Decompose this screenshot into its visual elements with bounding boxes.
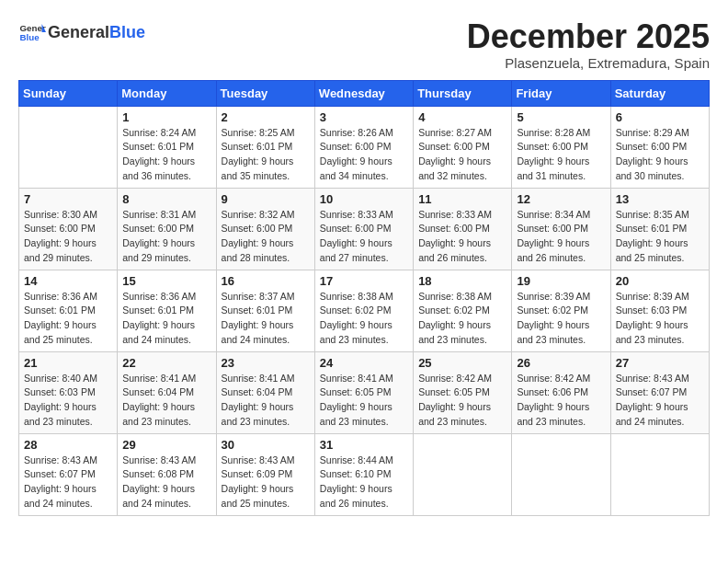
logo-general: General bbox=[48, 23, 109, 41]
day-info: Sunrise: 8:41 AMSunset: 6:04 PMDaylight:… bbox=[222, 372, 310, 430]
week-row-5: 28Sunrise: 8:43 AMSunset: 6:07 PMDayligh… bbox=[19, 433, 710, 515]
calendar-cell: 6Sunrise: 8:29 AMSunset: 6:00 PMDaylight… bbox=[610, 106, 709, 188]
day-number: 4 bbox=[418, 110, 506, 124]
calendar-cell: 10Sunrise: 8:33 AMSunset: 6:00 PMDayligh… bbox=[314, 188, 413, 270]
day-number: 3 bbox=[320, 110, 408, 124]
calendar-cell bbox=[610, 433, 709, 515]
svg-text:Blue: Blue bbox=[20, 32, 40, 42]
calendar-cell: 27Sunrise: 8:43 AMSunset: 6:07 PMDayligh… bbox=[610, 351, 709, 433]
month-title: December 2025 bbox=[467, 18, 710, 55]
day-info: Sunrise: 8:42 AMSunset: 6:05 PMDaylight:… bbox=[418, 372, 506, 430]
day-number: 9 bbox=[222, 192, 310, 206]
day-info: Sunrise: 8:33 AMSunset: 6:00 PMDaylight:… bbox=[418, 208, 506, 266]
calendar-cell: 31Sunrise: 8:44 AMSunset: 6:10 PMDayligh… bbox=[314, 433, 413, 515]
day-info: Sunrise: 8:42 AMSunset: 6:06 PMDaylight:… bbox=[517, 372, 605, 430]
day-info: Sunrise: 8:34 AMSunset: 6:00 PMDaylight:… bbox=[517, 208, 605, 266]
calendar-cell: 21Sunrise: 8:40 AMSunset: 6:03 PMDayligh… bbox=[19, 351, 118, 433]
day-info: Sunrise: 8:40 AMSunset: 6:03 PMDaylight:… bbox=[24, 372, 112, 430]
logo-icon: General Blue bbox=[18, 18, 46, 46]
calendar-body: 1Sunrise: 8:24 AMSunset: 6:01 PMDaylight… bbox=[19, 106, 710, 515]
calendar-cell: 29Sunrise: 8:43 AMSunset: 6:08 PMDayligh… bbox=[118, 433, 216, 515]
day-number: 29 bbox=[122, 438, 210, 452]
calendar-cell: 3Sunrise: 8:26 AMSunset: 6:00 PMDaylight… bbox=[314, 106, 413, 188]
calendar-cell bbox=[414, 433, 512, 515]
day-info: Sunrise: 8:36 AMSunset: 6:01 PMDaylight:… bbox=[24, 290, 112, 348]
day-number: 26 bbox=[517, 356, 605, 370]
calendar-cell: 7Sunrise: 8:30 AMSunset: 6:00 PMDaylight… bbox=[19, 188, 118, 270]
calendar-cell: 17Sunrise: 8:38 AMSunset: 6:02 PMDayligh… bbox=[314, 270, 413, 351]
calendar-cell: 5Sunrise: 8:28 AMSunset: 6:00 PMDaylight… bbox=[512, 106, 610, 188]
header-day-tuesday: Tuesday bbox=[216, 80, 314, 106]
day-info: Sunrise: 8:39 AMSunset: 6:02 PMDaylight:… bbox=[517, 290, 605, 348]
day-number: 25 bbox=[418, 356, 506, 370]
day-number: 31 bbox=[320, 438, 408, 452]
calendar-cell: 13Sunrise: 8:35 AMSunset: 6:01 PMDayligh… bbox=[610, 188, 709, 270]
week-row-2: 7Sunrise: 8:30 AMSunset: 6:00 PMDaylight… bbox=[19, 188, 710, 270]
day-info: Sunrise: 8:37 AMSunset: 6:01 PMDaylight:… bbox=[222, 290, 310, 348]
calendar-cell: 24Sunrise: 8:41 AMSunset: 6:05 PMDayligh… bbox=[314, 351, 413, 433]
day-number: 22 bbox=[122, 356, 210, 370]
day-info: Sunrise: 8:31 AMSunset: 6:00 PMDaylight:… bbox=[122, 208, 210, 266]
calendar-cell: 26Sunrise: 8:42 AMSunset: 6:06 PMDayligh… bbox=[512, 351, 610, 433]
header-day-wednesday: Wednesday bbox=[314, 80, 413, 106]
header-day-friday: Friday bbox=[512, 80, 610, 106]
day-number: 10 bbox=[320, 192, 408, 206]
header-day-saturday: Saturday bbox=[610, 80, 709, 106]
calendar-cell: 8Sunrise: 8:31 AMSunset: 6:00 PMDaylight… bbox=[118, 188, 216, 270]
day-info: Sunrise: 8:39 AMSunset: 6:03 PMDaylight:… bbox=[616, 290, 704, 348]
calendar-cell: 1Sunrise: 8:24 AMSunset: 6:01 PMDaylight… bbox=[118, 106, 216, 188]
day-info: Sunrise: 8:25 AMSunset: 6:01 PMDaylight:… bbox=[222, 126, 310, 184]
logo-blue: Blue bbox=[109, 23, 145, 41]
day-number: 15 bbox=[122, 274, 210, 288]
calendar-cell: 2Sunrise: 8:25 AMSunset: 6:01 PMDaylight… bbox=[216, 106, 314, 188]
day-info: Sunrise: 8:38 AMSunset: 6:02 PMDaylight:… bbox=[418, 290, 506, 348]
day-number: 8 bbox=[122, 192, 210, 206]
day-info: Sunrise: 8:43 AMSunset: 6:07 PMDaylight:… bbox=[24, 454, 112, 511]
calendar-cell: 19Sunrise: 8:39 AMSunset: 6:02 PMDayligh… bbox=[512, 270, 610, 351]
day-info: Sunrise: 8:41 AMSunset: 6:04 PMDaylight:… bbox=[122, 372, 210, 430]
calendar-cell bbox=[19, 106, 118, 188]
day-info: Sunrise: 8:36 AMSunset: 6:01 PMDaylight:… bbox=[122, 290, 210, 348]
title-area: December 2025 Plasenzuela, Extremadura, … bbox=[467, 18, 710, 71]
day-number: 14 bbox=[24, 274, 112, 288]
week-row-4: 21Sunrise: 8:40 AMSunset: 6:03 PMDayligh… bbox=[19, 351, 710, 433]
calendar-cell: 12Sunrise: 8:34 AMSunset: 6:00 PMDayligh… bbox=[512, 188, 610, 270]
calendar-cell: 25Sunrise: 8:42 AMSunset: 6:05 PMDayligh… bbox=[414, 351, 512, 433]
calendar-cell bbox=[512, 433, 610, 515]
week-row-1: 1Sunrise: 8:24 AMSunset: 6:01 PMDaylight… bbox=[19, 106, 710, 188]
week-row-3: 14Sunrise: 8:36 AMSunset: 6:01 PMDayligh… bbox=[19, 270, 710, 351]
calendar-cell: 20Sunrise: 8:39 AMSunset: 6:03 PMDayligh… bbox=[610, 270, 709, 351]
day-number: 5 bbox=[517, 110, 605, 124]
logo: General Blue GeneralBlue bbox=[18, 18, 145, 46]
day-number: 30 bbox=[222, 438, 310, 452]
day-info: Sunrise: 8:43 AMSunset: 6:09 PMDaylight:… bbox=[222, 454, 310, 511]
calendar-cell: 30Sunrise: 8:43 AMSunset: 6:09 PMDayligh… bbox=[216, 433, 314, 515]
calendar-cell: 11Sunrise: 8:33 AMSunset: 6:00 PMDayligh… bbox=[414, 188, 512, 270]
calendar-cell: 4Sunrise: 8:27 AMSunset: 6:00 PMDaylight… bbox=[414, 106, 512, 188]
calendar-cell: 16Sunrise: 8:37 AMSunset: 6:01 PMDayligh… bbox=[216, 270, 314, 351]
day-info: Sunrise: 8:38 AMSunset: 6:02 PMDaylight:… bbox=[320, 290, 408, 348]
day-number: 19 bbox=[517, 274, 605, 288]
day-number: 28 bbox=[24, 438, 112, 452]
day-number: 1 bbox=[122, 110, 210, 124]
day-number: 17 bbox=[320, 274, 408, 288]
day-number: 2 bbox=[222, 110, 310, 124]
calendar-cell: 18Sunrise: 8:38 AMSunset: 6:02 PMDayligh… bbox=[414, 270, 512, 351]
day-number: 27 bbox=[616, 356, 704, 370]
day-number: 11 bbox=[418, 192, 506, 206]
day-number: 18 bbox=[418, 274, 506, 288]
calendar-cell: 23Sunrise: 8:41 AMSunset: 6:04 PMDayligh… bbox=[216, 351, 314, 433]
calendar-cell: 14Sunrise: 8:36 AMSunset: 6:01 PMDayligh… bbox=[19, 270, 118, 351]
day-number: 24 bbox=[320, 356, 408, 370]
day-info: Sunrise: 8:32 AMSunset: 6:00 PMDaylight:… bbox=[222, 208, 310, 266]
location-title: Plasenzuela, Extremadura, Spain bbox=[467, 55, 710, 71]
day-info: Sunrise: 8:29 AMSunset: 6:00 PMDaylight:… bbox=[616, 126, 704, 184]
day-info: Sunrise: 8:44 AMSunset: 6:10 PMDaylight:… bbox=[320, 454, 408, 511]
day-info: Sunrise: 8:35 AMSunset: 6:01 PMDaylight:… bbox=[616, 208, 704, 266]
day-number: 6 bbox=[616, 110, 704, 124]
calendar-cell: 9Sunrise: 8:32 AMSunset: 6:00 PMDaylight… bbox=[216, 188, 314, 270]
day-info: Sunrise: 8:26 AMSunset: 6:00 PMDaylight:… bbox=[320, 126, 408, 184]
day-info: Sunrise: 8:27 AMSunset: 6:00 PMDaylight:… bbox=[418, 126, 506, 184]
calendar-header: SundayMondayTuesdayWednesdayThursdayFrid… bbox=[19, 80, 710, 106]
header-row: SundayMondayTuesdayWednesdayThursdayFrid… bbox=[19, 80, 710, 106]
